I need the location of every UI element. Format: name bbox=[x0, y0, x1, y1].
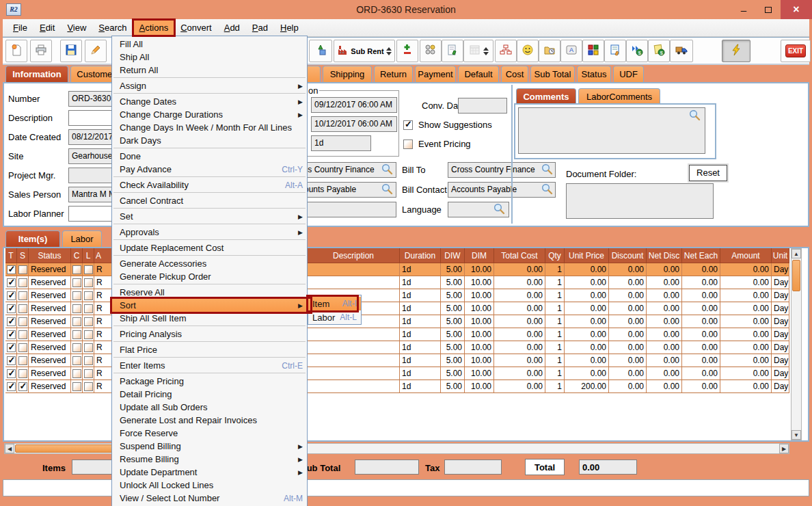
tab-return[interactable]: Return bbox=[374, 66, 413, 82]
bill-contact-field[interactable]: Accounts Payable bbox=[448, 182, 556, 198]
menu-item-generate-lost-and-repair-invoices[interactable]: Generate Lost and Repair Invoices bbox=[112, 414, 307, 427]
menu-item-cancel-contract[interactable]: Cancel Contract bbox=[112, 194, 307, 207]
t-checkbox[interactable] bbox=[7, 304, 16, 313]
menu-item-check-availability[interactable]: Check AvailabilityAlt-A bbox=[112, 178, 307, 191]
l-checkbox[interactable] bbox=[84, 304, 93, 313]
memo-edit-button[interactable] bbox=[604, 40, 626, 62]
menu-item-ship-all-sell-item[interactable]: Ship All Sell Item bbox=[112, 312, 307, 325]
contact-lookup-icon[interactable] bbox=[381, 183, 394, 196]
t-checkbox[interactable] bbox=[7, 278, 16, 287]
t-checkbox[interactable] bbox=[7, 343, 16, 352]
sub-total-field[interactable] bbox=[355, 460, 419, 475]
menu-item-change-dates[interactable]: Change Dates▶ bbox=[112, 95, 307, 108]
tab-status[interactable]: Status bbox=[577, 66, 611, 82]
language-lookup-icon[interactable] bbox=[493, 203, 506, 215]
col-header-total_cost[interactable]: Total Cost bbox=[494, 248, 545, 263]
comments-textarea[interactable] bbox=[518, 107, 705, 154]
s-checkbox[interactable] bbox=[18, 369, 27, 378]
minimize-button[interactable]: – bbox=[731, 0, 756, 19]
menu-item-force-reserve[interactable]: Force Reserve bbox=[112, 427, 307, 440]
t-checkbox[interactable] bbox=[7, 317, 16, 326]
edit-pencil-button[interactable] bbox=[85, 40, 107, 62]
l-checkbox[interactable] bbox=[84, 343, 93, 352]
menu-item-pay-advance[interactable]: Pay AdvanceCtrl-Y bbox=[112, 163, 307, 176]
menu-help[interactable]: Help bbox=[274, 20, 305, 36]
col-header-unit[interactable]: Unit bbox=[772, 248, 789, 263]
submenu-item-item[interactable]: ItemAlt-I bbox=[308, 297, 361, 310]
menu-edit[interactable]: Edit bbox=[33, 20, 61, 36]
tab-sub-total[interactable]: Sub Total bbox=[530, 66, 575, 82]
menu-item-generate-accessories[interactable]: Generate Accessories bbox=[112, 257, 307, 270]
maximize-button[interactable] bbox=[756, 0, 781, 19]
tab-comments[interactable]: Comments bbox=[516, 88, 576, 105]
col-header-qty[interactable]: Qty bbox=[545, 248, 565, 263]
menu-convert[interactable]: Convert bbox=[174, 20, 218, 36]
menu-item-package-pricing[interactable]: Package Pricing bbox=[112, 375, 307, 388]
transport-truck-button[interactable] bbox=[670, 40, 693, 62]
l-checkbox[interactable] bbox=[84, 330, 93, 339]
l-checkbox[interactable] bbox=[84, 356, 93, 365]
col-header-c[interactable]: C bbox=[71, 248, 83, 263]
t-checkbox[interactable] bbox=[7, 265, 16, 274]
scroll-down-arrow[interactable]: ▼ bbox=[791, 430, 801, 440]
convert-button[interactable] bbox=[309, 40, 332, 62]
menu-item-update-replacement-cost[interactable]: Update Replacement Cost bbox=[112, 241, 307, 254]
menu-view[interactable]: View bbox=[61, 20, 92, 36]
menu-item-detail-pricing[interactable]: Detail Pricing bbox=[112, 388, 307, 401]
menu-item-sort[interactable]: Sort▶ bbox=[112, 299, 307, 312]
tab-udf[interactable]: UDF bbox=[613, 66, 644, 82]
bill-to-lookup-icon[interactable] bbox=[541, 163, 554, 176]
c-checkbox[interactable] bbox=[72, 356, 81, 365]
col-header-discount[interactable]: Discount bbox=[609, 248, 647, 263]
t-checkbox[interactable] bbox=[7, 356, 16, 365]
col-header-duration[interactable]: Duration bbox=[400, 248, 441, 263]
col-header-l[interactable]: L bbox=[83, 248, 94, 263]
c-checkbox[interactable] bbox=[72, 382, 81, 391]
menu-item-resume-billing[interactable]: Resume Billing▶ bbox=[112, 453, 307, 466]
menu-item-dark-days[interactable]: Dark Days bbox=[112, 134, 307, 147]
scroll-right-arrow[interactable]: ▶ bbox=[779, 444, 789, 453]
l-checkbox[interactable] bbox=[84, 291, 93, 300]
menu-actions[interactable]: Actions bbox=[133, 20, 175, 36]
c-checkbox[interactable] bbox=[72, 304, 81, 313]
l-checkbox[interactable] bbox=[84, 278, 93, 287]
bill-contact-lookup-icon[interactable] bbox=[541, 183, 554, 196]
org-chart-button[interactable] bbox=[495, 40, 517, 62]
duration-field[interactable]: 1d bbox=[311, 135, 371, 151]
t-checkbox[interactable] bbox=[7, 382, 16, 391]
folder-history-button[interactable] bbox=[539, 40, 560, 62]
menu-item-change-days-in-week-month-for-all-lines[interactable]: Change Days In Week / Month For All Line… bbox=[112, 121, 307, 134]
tab-payment[interactable]: Payment bbox=[415, 66, 456, 82]
exit-button[interactable]: EXIT bbox=[781, 40, 811, 62]
menu-item-flat-price[interactable]: Flat Price bbox=[112, 343, 307, 356]
sub-rent-button[interactable]: Sub Rent bbox=[334, 40, 395, 62]
col-header-s[interactable]: S bbox=[17, 248, 29, 263]
menu-search[interactable]: Search bbox=[92, 20, 133, 36]
col-header-diw[interactable]: DIW bbox=[441, 248, 465, 263]
l-checkbox[interactable] bbox=[84, 382, 93, 391]
inventory-blocks-button[interactable] bbox=[582, 40, 604, 62]
calendar-button[interactable] bbox=[463, 40, 493, 62]
menu-item-pricing-analysis[interactable]: Pricing Analysis bbox=[112, 328, 307, 341]
c-checkbox[interactable] bbox=[72, 291, 81, 300]
customer-smiley-button[interactable] bbox=[517, 40, 539, 62]
menu-item-assign[interactable]: Assign▶ bbox=[112, 79, 307, 92]
menu-item-fill-all[interactable]: Fill All bbox=[112, 38, 307, 51]
submenu-item-labor[interactable]: LaborAlt-L bbox=[308, 310, 361, 324]
scroll-left-arrow[interactable]: ◀ bbox=[5, 444, 14, 453]
c-checkbox[interactable] bbox=[72, 330, 81, 339]
s-checkbox[interactable] bbox=[18, 330, 27, 339]
c-checkbox[interactable] bbox=[72, 265, 81, 274]
l-checkbox[interactable] bbox=[84, 265, 93, 274]
end-date-field[interactable]: 10/12/2017 06:00 AM bbox=[311, 116, 397, 132]
vertical-scroll-thumb[interactable] bbox=[792, 260, 800, 291]
menu-item-ship-all[interactable]: Ship All bbox=[112, 51, 307, 64]
keyboard-shortcut-button[interactable]: A bbox=[560, 40, 582, 62]
t-checkbox[interactable] bbox=[7, 330, 16, 339]
tab-item-s[interactable]: Item(s) bbox=[5, 230, 60, 247]
s-checkbox[interactable] bbox=[18, 278, 27, 287]
quick-actions-button[interactable] bbox=[722, 40, 750, 62]
menu-file[interactable]: File bbox=[7, 20, 33, 36]
col-header-status[interactable]: Status bbox=[29, 248, 71, 263]
t-checkbox[interactable] bbox=[7, 291, 16, 300]
